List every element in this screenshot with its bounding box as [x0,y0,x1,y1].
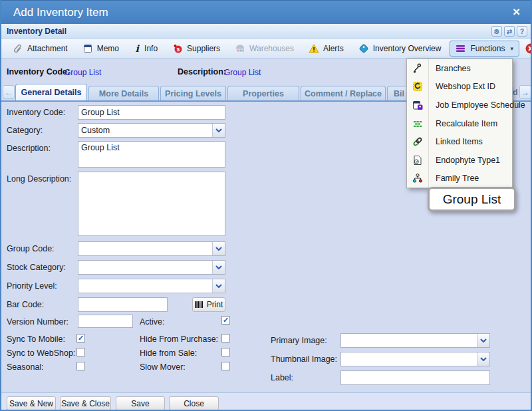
group-code-dropdown-icon[interactable] [212,242,225,255]
menu-item-family-tree[interactable]: Family Tree [407,169,512,188]
attachment-label: Attachment [27,44,68,53]
close-button[interactable]: Close [519,41,532,57]
description-input[interactable]: Group List [78,141,225,168]
active-label: Active: [140,317,165,327]
functions-label: Functions [470,44,505,53]
inventory-overview-button[interactable]: Inventory Overview [352,41,448,57]
tab-pricing-levels[interactable]: Pricing Levels [160,86,226,100]
tab-scroll-right-icon[interactable]: → [519,85,531,99]
memo-label: Memo [97,44,119,53]
family-tree-icon [407,173,428,184]
memo-button[interactable]: Memo [76,41,125,57]
tab-partial-right-text: d [513,88,518,97]
menu-item-recalculate-item[interactable]: Recalculate Item [407,114,512,133]
tag-icon [358,43,369,54]
menu-item-webshop-ext-id[interactable]: Webshop Ext ID [407,78,512,96]
toolbar: Attachment Memo i Info $ Suppliers Wareh… [1,39,531,59]
priority-level-label: Priority Level: [7,281,57,291]
save-button[interactable]: Save [116,396,165,410]
job-employee-schedule-icon [407,100,428,110]
warehouses-button: Warehouses [229,41,300,57]
sync-to-webshop-label: Sync to WebShop: [7,348,75,358]
group-code-value [78,242,212,255]
attachment-button[interactable]: Attachment [7,41,74,57]
inventory-code-label: Inventory Code: [7,108,65,117]
menu-item-label: Webshop Ext ID [428,82,495,91]
hide-from-purchase-label: Hide From Purchase: [140,335,218,344]
menu-item-label: Branches [428,64,471,73]
suppliers-icon: $ [172,43,183,54]
menu-item-linked-items[interactable]: Linked Items [407,132,512,151]
inventory-overview-label: Inventory Overview [373,44,442,53]
label-input[interactable] [340,370,490,385]
sync-to-mobile-checkbox[interactable] [76,334,85,342]
suppliers-label: Suppliers [187,44,220,53]
thumbnail-image-select[interactable] [340,352,490,366]
primary-image-value [341,334,477,347]
priority-level-dropdown-icon[interactable] [212,279,225,293]
alerts-button[interactable]: Alerts [303,41,350,57]
sync-to-webshop-checkbox[interactable] [76,348,85,356]
print-button[interactable]: Print [192,297,225,312]
info-button[interactable]: i Info [128,41,164,57]
save-and-new-button[interactable]: Save & New [7,396,56,410]
close-footer-button[interactable]: Close [169,396,219,410]
menu-item-label: Recalculate Item [428,119,497,128]
description-label: Description: [7,144,51,153]
save-and-close-button[interactable]: Save & Close [60,396,111,410]
category-dropdown-icon[interactable] [212,124,225,137]
primary-image-select[interactable] [340,333,490,348]
window-close-icon[interactable]: × [513,5,520,19]
group-list-tooltip: Group List [428,187,516,211]
group-code-label: Group Code: [7,244,55,253]
inventory-code-input[interactable] [78,105,225,120]
menu-item-endophyte-type1[interactable]: Endophyte Type1 [407,151,512,170]
thumbnail-image-dropdown-icon[interactable] [477,352,489,366]
help-icon[interactable]: ? [517,26,527,37]
active-checkbox[interactable] [221,316,230,325]
functions-button[interactable]: Functions ▾ [450,41,519,57]
chevron-down-icon: ▾ [510,45,513,52]
settings-gear-icon[interactable]: ⚙ [491,26,502,37]
group-code-select[interactable] [78,241,225,256]
tab-scroll-left-icon[interactable]: ← [3,85,15,99]
menu-item-label: Job Employee Schedule [428,100,525,110]
priority-level-select[interactable] [78,279,225,293]
label-field-label: Label: [271,373,293,382]
description-header-label: Description: [178,67,226,76]
long-description-input[interactable] [78,172,225,236]
primary-image-dropdown-icon[interactable] [477,334,489,347]
window-title: Add Inventory Item [13,6,108,19]
stock-category-value [78,261,212,274]
stock-category-select[interactable] [78,260,225,275]
refresh-icon[interactable]: ⇄ [504,26,515,37]
header-mini-buttons: ⚙ ⇄ ? [491,26,527,37]
tab-comment-replace[interactable]: Comment / Replace [301,86,386,100]
suppliers-button[interactable]: $ Suppliers [166,41,226,57]
primary-image-label: Primary Image: [271,336,327,345]
inventory-code-header-label: Inventory Code: [7,67,70,76]
tab-properties[interactable]: Properties [227,86,299,100]
stock-category-dropdown-icon[interactable] [212,261,225,274]
close-circle-icon [525,43,532,54]
category-select[interactable]: Custom [78,123,225,138]
memo-icon [82,43,93,54]
sync-to-mobile-label: Sync To Mobile: [7,335,65,344]
thumbnail-image-label: Thumbnail Image: [271,354,337,364]
hide-from-sale-checkbox[interactable] [221,348,230,356]
bar-code-input[interactable] [78,297,168,312]
tab-general-details[interactable]: General Details [15,84,87,100]
functions-dropdown-menu: Branches Webshop Ext ID Job Employee Sch… [406,59,513,188]
hide-from-purchase-checkbox[interactable] [221,334,230,342]
seasonal-label: Seasonal: [7,362,44,372]
category-label: Category: [7,126,43,135]
add-inventory-item-dialog: Add Inventory Item × Inventory Detail ⚙ … [0,0,532,411]
svg-text:$: $ [177,47,180,53]
version-number-input[interactable] [78,315,133,328]
tab-more-details[interactable]: More Details [88,86,159,100]
category-value: Custom [78,124,212,137]
menu-item-job-employee-schedule[interactable]: Job Employee Schedule [407,96,512,114]
seasonal-checkbox[interactable] [76,362,85,370]
menu-item-branches[interactable]: Branches [407,59,512,78]
slow-mover-checkbox[interactable] [221,362,230,370]
